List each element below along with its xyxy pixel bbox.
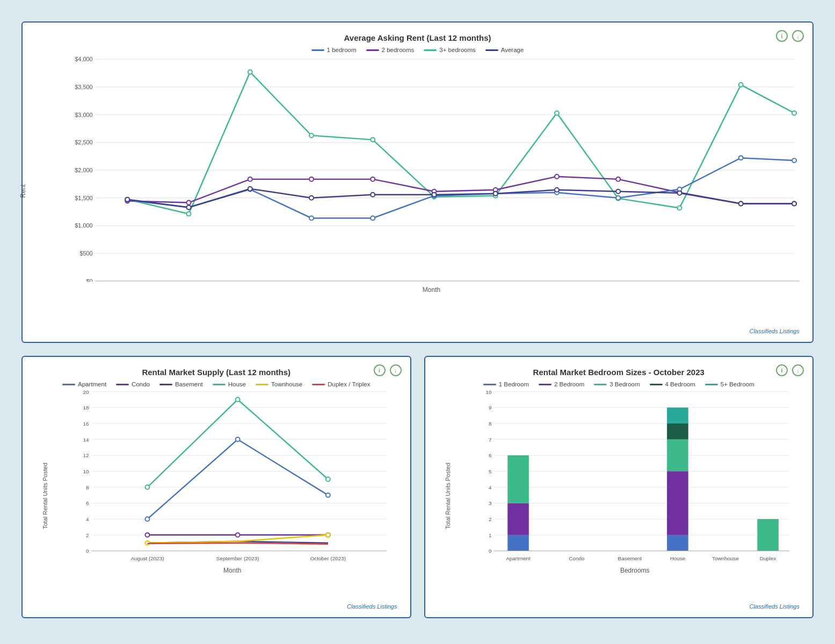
svg-point-78 — [125, 197, 129, 202]
svg-text:2: 2 — [86, 532, 89, 538]
br-x-axis-label: Bedrooms — [470, 567, 800, 574]
svg-point-121 — [326, 493, 330, 497]
bottom-left-svg: .grid-line2 { stroke: #e8e8e8; stroke-wi… — [68, 391, 397, 562]
svg-text:Townhouse: Townhouse — [711, 555, 738, 561]
svg-point-70 — [371, 216, 375, 220]
bottom-left-legend: Apartment Condo Basement House Townhouse — [35, 381, 397, 387]
legend-apartment: Apartment — [62, 381, 106, 387]
svg-point-126 — [326, 533, 330, 537]
svg-point-46 — [371, 137, 375, 142]
svg-point-74 — [616, 196, 620, 200]
bottom-right-title: Rental Market Bedroom Sizes - October 20… — [438, 368, 800, 377]
svg-point-44 — [248, 70, 252, 74]
svg-text:9: 9 — [489, 405, 492, 411]
svg-point-56 — [248, 177, 252, 181]
svg-rect-163 — [667, 407, 688, 423]
svg-text:5: 5 — [489, 469, 492, 474]
svg-text:2: 2 — [489, 516, 492, 522]
svg-text:$3,500: $3,500 — [75, 84, 92, 90]
svg-text:4: 4 — [489, 485, 492, 491]
svg-text:18: 18 — [83, 405, 89, 411]
bl-y-axis-label: Total Rental Units Posted — [42, 463, 48, 529]
svg-text:$1,500: $1,500 — [75, 195, 92, 201]
svg-text:0: 0 — [489, 548, 492, 554]
top-chart-icons: i ↓ — [776, 30, 804, 42]
bottom-right-icons: i ↓ — [776, 364, 804, 376]
svg-text:House: House — [670, 555, 685, 561]
svg-point-81 — [309, 196, 314, 200]
svg-text:$500: $500 — [79, 250, 92, 257]
bottom-right-svg: .grid-line3 { stroke: #e8e8e8; stroke-wi… — [470, 391, 800, 562]
svg-text:Duplex: Duplex — [759, 555, 776, 561]
br-y-axis-label: Total Rental Units Posted — [444, 463, 451, 529]
svg-point-119 — [145, 517, 149, 521]
top-chart-legend: 1 bedroom 2 bedrooms 3+ bedrooms Average — [35, 47, 800, 53]
svg-point-77 — [792, 158, 796, 163]
legend-2bedrooms: 2 bedrooms — [366, 47, 415, 53]
legend-1bedroom: 1 bedroom — [311, 47, 357, 53]
top-chart-title: Average Asking Rent (Last 12 months) — [35, 33, 800, 42]
svg-text:16: 16 — [83, 421, 89, 427]
bottom-right-chart-area: Total Rental Units Posted .grid-line3 { … — [438, 391, 800, 601]
svg-point-116 — [145, 485, 149, 489]
bottom-left-icons: i ↓ — [374, 364, 402, 376]
svg-rect-156 — [507, 535, 529, 551]
legend-basement: Basement — [159, 381, 203, 387]
download-icon[interactable]: ↓ — [792, 30, 804, 42]
svg-text:$1,000: $1,000 — [75, 222, 92, 229]
br-legend-2bed: 2 Bedroom — [539, 381, 584, 387]
top-chart-svg: .grid-line { stroke: #e0e0e0; stroke-wid… — [63, 56, 800, 282]
legend-townhouse: Townhouse — [256, 381, 302, 387]
svg-point-80 — [248, 187, 252, 191]
svg-text:September (2023): September (2023) — [216, 555, 259, 561]
svg-point-76 — [739, 156, 743, 160]
legend-house: House — [213, 381, 246, 387]
svg-point-53 — [792, 111, 796, 115]
svg-text:October (2023): October (2023) — [310, 555, 346, 561]
br-legend-1bed: 1 Bedroom — [483, 381, 529, 387]
svg-rect-161 — [667, 440, 688, 471]
svg-point-43 — [186, 211, 191, 216]
svg-point-89 — [792, 202, 796, 206]
top-x-axis-label: Month — [63, 286, 800, 294]
svg-text:0: 0 — [86, 548, 89, 554]
legend-duplex: Duplex / Triplex — [312, 381, 370, 387]
svg-point-79 — [186, 206, 191, 210]
svg-text:10: 10 — [83, 469, 89, 474]
br-download-icon[interactable]: ↓ — [792, 364, 804, 376]
bottom-right-chart-card: Rental Market Bedroom Sizes - October 20… — [424, 356, 814, 618]
svg-point-117 — [236, 398, 240, 402]
svg-text:$2,500: $2,500 — [75, 139, 92, 145]
svg-point-51 — [677, 206, 681, 210]
info-icon[interactable]: i — [776, 30, 788, 42]
legend-3bedrooms: 3+ bedrooms — [424, 47, 475, 53]
svg-text:Basement: Basement — [618, 555, 642, 561]
svg-point-86 — [616, 189, 620, 194]
bottom-left-title: Rental Market Supply (Last 12 months) — [35, 368, 397, 377]
svg-text:6: 6 — [86, 500, 89, 506]
bl-download-icon[interactable]: ↓ — [390, 364, 402, 376]
svg-point-83 — [432, 193, 436, 197]
svg-point-61 — [555, 174, 559, 179]
bl-source-label: Classifieds Listings — [35, 603, 397, 610]
top-y-axis-label: Rent — [19, 184, 27, 197]
svg-text:8: 8 — [86, 485, 89, 491]
svg-point-118 — [326, 477, 330, 481]
br-info-icon[interactable]: i — [776, 364, 788, 376]
svg-point-55 — [186, 201, 191, 205]
svg-point-58 — [371, 177, 375, 181]
svg-point-120 — [236, 437, 240, 442]
svg-text:7: 7 — [489, 437, 492, 443]
svg-rect-158 — [507, 455, 529, 503]
svg-rect-162 — [667, 423, 688, 440]
svg-rect-159 — [667, 535, 688, 551]
svg-text:4: 4 — [86, 516, 89, 522]
bl-info-icon[interactable]: i — [374, 364, 386, 376]
svg-point-88 — [739, 202, 743, 206]
svg-text:$0: $0 — [86, 278, 93, 282]
svg-text:August (2023): August (2023) — [130, 555, 164, 561]
bottom-left-chart-area: Total Rental Units Posted .grid-line2 { … — [35, 391, 397, 601]
br-legend-5bed: 5+ Bedroom — [705, 381, 754, 387]
svg-text:$2,000: $2,000 — [75, 167, 92, 173]
svg-point-122 — [145, 533, 149, 537]
